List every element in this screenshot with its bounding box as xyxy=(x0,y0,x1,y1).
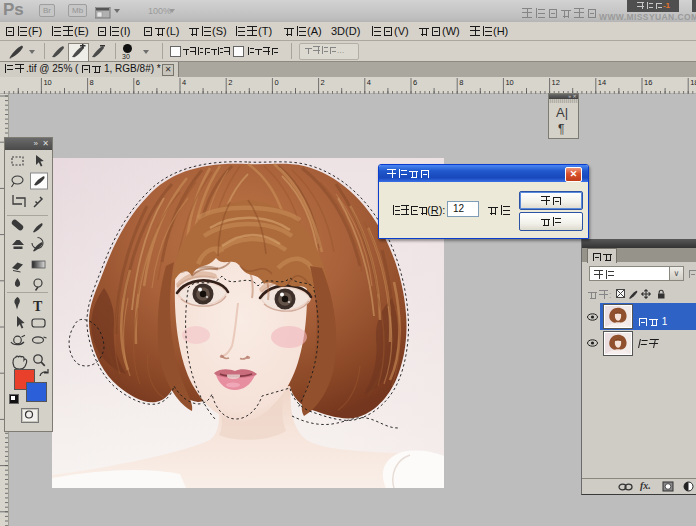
svg-text:2: 2 xyxy=(228,78,232,87)
svg-text:6: 6 xyxy=(136,78,140,87)
svg-text:4: 4 xyxy=(182,78,186,87)
svg-text:0: 0 xyxy=(274,78,278,87)
svg-text:18: 18 xyxy=(690,78,696,87)
svg-text:T: T xyxy=(33,299,43,314)
svg-text:10: 10 xyxy=(43,78,51,87)
svg-text:16: 16 xyxy=(644,78,652,87)
svg-text:10: 10 xyxy=(505,78,513,87)
svg-text:8: 8 xyxy=(459,78,463,87)
svg-text:14: 14 xyxy=(598,78,606,87)
svg-text:8: 8 xyxy=(90,78,94,87)
svg-text:6: 6 xyxy=(413,78,417,87)
svg-text:2: 2 xyxy=(321,78,325,87)
svg-text:12: 12 xyxy=(552,78,560,87)
svg-text:4: 4 xyxy=(367,78,371,87)
